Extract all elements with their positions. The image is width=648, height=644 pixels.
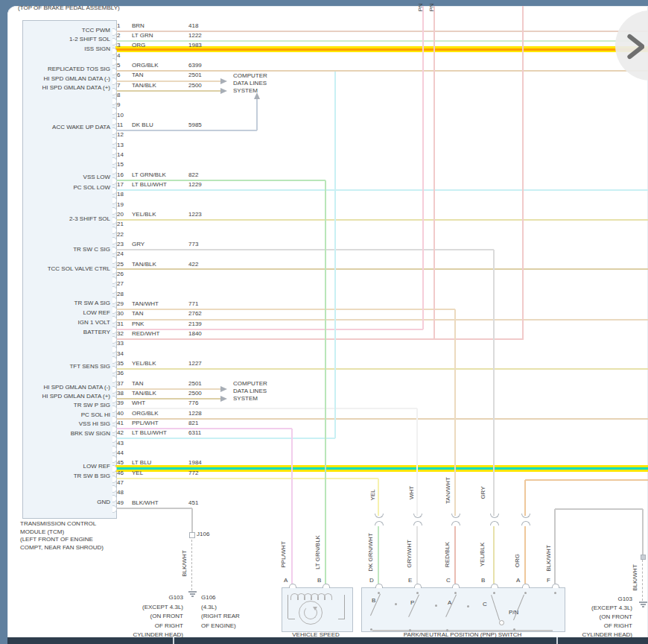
wire-h[interactable] <box>115 438 335 439</box>
pin-circuit-number: 2762 <box>188 310 202 318</box>
wire-v[interactable] <box>422 6 424 329</box>
wire-h[interactable] <box>115 338 524 340</box>
wire-h[interactable] <box>115 268 648 270</box>
pin-number: 47 <box>117 479 124 487</box>
pin-circuit-number: 6399 <box>188 62 202 69</box>
pin-circuit-number: 821 <box>188 420 198 427</box>
pin-number: 35 <box>117 360 124 367</box>
pin-number: 19 <box>117 201 124 209</box>
pin-number: 17 <box>117 181 124 189</box>
signal-label: VSS HI SIG <box>10 420 110 428</box>
signal-label: ACC WAKE UP DATA <box>10 124 110 131</box>
pin-number: 5 <box>117 62 120 69</box>
inline-connector-icon <box>521 514 530 518</box>
switch-contact-line <box>338 619 345 619</box>
pin-entry-arc <box>323 584 330 588</box>
wire-v[interactable] <box>191 508 193 534</box>
pin-wire-color: YEL/BLK <box>132 360 156 367</box>
arrow-right-icon <box>220 88 227 94</box>
pin-wire-color: ORG <box>132 42 145 49</box>
pin-number: 40 <box>117 410 124 417</box>
top-note: (TOP OF BRAKE PEDAL ASSEMBLY) <box>18 4 120 12</box>
computer-data-lines-label-2: DATA LINES <box>233 388 267 395</box>
computer-data-lines-label-2: COMPUTER <box>233 380 267 388</box>
contact-dot <box>370 628 372 631</box>
wire-v[interactable] <box>524 480 526 516</box>
pin-number: 48 <box>117 489 124 496</box>
wire-h[interactable] <box>115 478 378 479</box>
switch-contact-line <box>344 595 345 619</box>
pin-number: 21 <box>117 221 124 228</box>
tcm-module-label: COMPT, NEAR FAN SHROUD) <box>20 544 104 552</box>
ground-g103-left-label: (EXCEPT 4.3L) <box>19 604 183 611</box>
wire-color-vlabel: BLK/WHT <box>154 534 214 593</box>
signal-label: HI SPD GMLAN DATA (+) <box>10 84 110 92</box>
pin-number: 28 <box>117 291 124 298</box>
pin-number: 10 <box>117 112 124 119</box>
pin-circuit-number: 773 <box>188 241 198 248</box>
signal-label: BRK SW SIGN <box>10 430 110 438</box>
wire-v[interactable] <box>522 6 524 339</box>
pin-wire-color: BRN <box>132 22 144 30</box>
pin-circuit-number: 1228 <box>188 410 202 417</box>
pin-number: 12 <box>117 131 124 139</box>
ground-symbol <box>191 596 194 597</box>
signal-label: HI SPD GMLAN DATA (+) <box>10 393 110 400</box>
wire-h[interactable] <box>525 479 648 481</box>
wire-v[interactable] <box>256 98 258 130</box>
pin-number: 31 <box>117 321 124 328</box>
pin-wire-color: ORG/BLK <box>132 62 159 69</box>
pin-wire-color: YEL/BLK <box>132 211 156 218</box>
pin-number: 8 <box>117 92 120 99</box>
ground-symbol <box>641 604 646 605</box>
wire-h[interactable] <box>115 130 257 131</box>
wire-h[interactable] <box>115 408 417 409</box>
wire-h[interactable] <box>555 508 643 510</box>
wire-v[interactable] <box>334 72 336 438</box>
pin-number: 27 <box>117 280 124 288</box>
tcm-module-label: (LEFT FRONT OF ENGINE <box>20 536 93 543</box>
pin-circuit-number: 2501 <box>188 72 202 79</box>
signal-label: BATTERY <box>10 329 110 336</box>
wire-h[interactable] <box>115 219 648 221</box>
ground-g103-right-label: (EXCEPT 4.3L) <box>468 604 632 612</box>
wire-h[interactable] <box>115 249 494 250</box>
pin-number: 42 <box>117 429 124 437</box>
signal-label: HI SPD GMLAN DATA (-) <box>10 384 110 391</box>
signal-label: GND <box>10 499 110 506</box>
contact-dot <box>493 592 495 594</box>
ground-g103-left-label: G103 <box>19 594 183 602</box>
contact-dot <box>409 629 411 631</box>
pin-wire-color: ORG/BLK <box>132 410 159 417</box>
ground-g106-label: (4.3L) <box>201 604 217 611</box>
ground-g103-left-label: (ON FRONT <box>19 613 183 620</box>
pin-wire-color: TAN <box>132 380 143 388</box>
computer-data-lines-label-1: DATA LINES <box>233 80 267 87</box>
pin-wire-color: PNK <box>132 321 144 328</box>
wire-h[interactable] <box>115 368 648 370</box>
switch-contact-line <box>288 595 288 619</box>
wire-h[interactable] <box>115 189 648 191</box>
signal-label: VSS LOW <box>10 174 110 181</box>
wire-color-vlabel: GRY <box>453 463 512 523</box>
pin-number: 45 <box>117 459 124 467</box>
pin-circuit-number: 1223 <box>188 211 202 218</box>
pin-number: 23 <box>117 241 124 248</box>
pin-number: 26 <box>117 271 124 278</box>
signal-label: TR SW P SIG <box>10 402 110 409</box>
pin-number: 43 <box>117 440 124 447</box>
pin-number: 36 <box>117 370 124 377</box>
pin-number: 14 <box>117 151 124 159</box>
ground-symbol <box>639 602 647 603</box>
bottom-bar-gap <box>173 637 174 644</box>
signal-label: TFT SENS SIG <box>10 363 110 370</box>
junction-j106-label: J106 <box>197 531 209 538</box>
pin-circuit-number: 6311 <box>188 429 201 437</box>
wire-h[interactable] <box>115 90 222 92</box>
wire-h[interactable] <box>115 309 455 310</box>
wire-h[interactable] <box>115 508 192 509</box>
wire-color-vlabel: BLK/WHT <box>518 528 578 588</box>
wire-v[interactable] <box>433 6 435 339</box>
pin-wire-color: LT GRN/BLK <box>132 171 166 179</box>
wire-h[interactable] <box>115 329 423 330</box>
